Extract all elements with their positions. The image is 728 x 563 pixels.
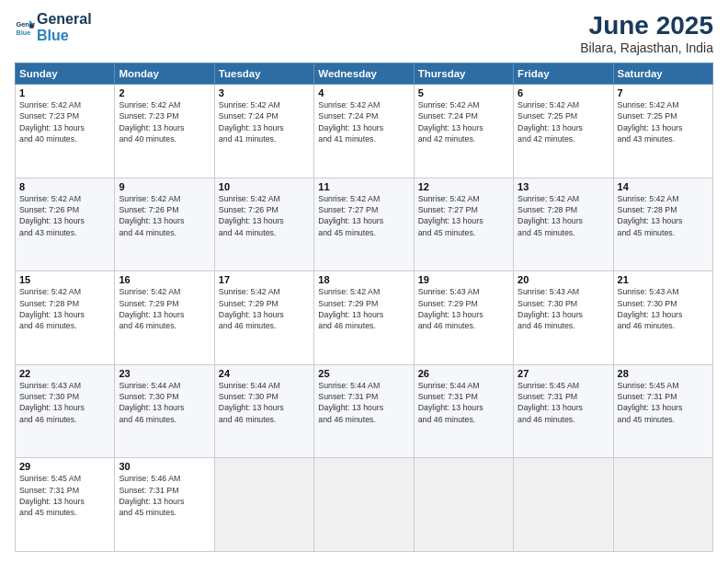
- day-number: 17: [219, 274, 310, 285]
- day-number: 10: [219, 181, 310, 192]
- calendar-cell: 26Sunrise: 5:44 AM Sunset: 7:31 PM Dayli…: [414, 364, 513, 458]
- day-number: 14: [618, 181, 709, 192]
- calendar-cell: 9Sunrise: 5:42 AM Sunset: 7:26 PM Daylig…: [115, 178, 214, 271]
- day-info: Sunrise: 5:42 AM Sunset: 7:29 PM Dayligh…: [119, 286, 210, 331]
- day-number: 30: [119, 461, 210, 472]
- day-info: Sunrise: 5:42 AM Sunset: 7:26 PM Dayligh…: [119, 193, 210, 238]
- day-number: 13: [518, 181, 609, 192]
- day-info: Sunrise: 5:42 AM Sunset: 7:29 PM Dayligh…: [318, 286, 409, 331]
- calendar-cell: [414, 458, 513, 552]
- day-info: Sunrise: 5:42 AM Sunset: 7:24 PM Dayligh…: [219, 99, 310, 144]
- day-number: 22: [19, 368, 110, 379]
- day-info: Sunrise: 5:42 AM Sunset: 7:28 PM Dayligh…: [518, 193, 609, 238]
- calendar-cell: 20Sunrise: 5:43 AM Sunset: 7:30 PM Dayli…: [514, 271, 613, 365]
- calendar-cell: 13Sunrise: 5:42 AM Sunset: 7:28 PM Dayli…: [514, 178, 613, 271]
- calendar-cell: 17Sunrise: 5:42 AM Sunset: 7:29 PM Dayli…: [214, 271, 313, 365]
- calendar-row: 15Sunrise: 5:42 AM Sunset: 7:28 PM Dayli…: [16, 271, 713, 365]
- calendar-cell: 6Sunrise: 5:42 AM Sunset: 7:25 PM Daylig…: [514, 85, 613, 178]
- header-monday: Monday: [115, 63, 214, 85]
- calendar-cell: 29Sunrise: 5:45 AM Sunset: 7:31 PM Dayli…: [16, 458, 115, 552]
- calendar-cell: 23Sunrise: 5:44 AM Sunset: 7:30 PM Dayli…: [115, 364, 214, 458]
- header-thursday: Thursday: [414, 63, 513, 85]
- day-info: Sunrise: 5:43 AM Sunset: 7:30 PM Dayligh…: [19, 380, 110, 425]
- header-wednesday: Wednesday: [314, 63, 414, 85]
- day-info: Sunrise: 5:42 AM Sunset: 7:26 PM Dayligh…: [219, 193, 310, 238]
- calendar-cell: [514, 458, 613, 552]
- calendar-cell: 15Sunrise: 5:42 AM Sunset: 7:28 PM Dayli…: [16, 271, 115, 365]
- day-number: 18: [318, 274, 409, 285]
- calendar-cell: 19Sunrise: 5:43 AM Sunset: 7:29 PM Dayli…: [414, 271, 513, 365]
- calendar-cell: 18Sunrise: 5:42 AM Sunset: 7:29 PM Dayli…: [314, 271, 414, 365]
- calendar-cell: 7Sunrise: 5:42 AM Sunset: 7:25 PM Daylig…: [613, 85, 712, 178]
- calendar-cell: [613, 458, 712, 552]
- day-number: 4: [318, 87, 409, 98]
- day-number: 1: [19, 87, 110, 98]
- day-number: 3: [219, 87, 310, 98]
- day-number: 20: [518, 274, 609, 285]
- header: General Blue General Blue June 2025 Bila…: [15, 11, 713, 55]
- day-info: Sunrise: 5:42 AM Sunset: 7:29 PM Dayligh…: [219, 286, 310, 331]
- calendar-row: 1Sunrise: 5:42 AM Sunset: 7:23 PM Daylig…: [16, 85, 713, 178]
- svg-marker-4: [29, 25, 33, 29]
- calendar-cell: 2Sunrise: 5:42 AM Sunset: 7:23 PM Daylig…: [115, 85, 214, 178]
- day-number: 12: [418, 181, 509, 192]
- header-saturday: Saturday: [613, 63, 712, 85]
- day-info: Sunrise: 5:45 AM Sunset: 7:31 PM Dayligh…: [618, 380, 709, 425]
- calendar-cell: 27Sunrise: 5:45 AM Sunset: 7:31 PM Dayli…: [514, 364, 613, 458]
- day-info: Sunrise: 5:42 AM Sunset: 7:23 PM Dayligh…: [119, 99, 210, 144]
- calendar-cell: 14Sunrise: 5:42 AM Sunset: 7:28 PM Dayli…: [613, 178, 712, 271]
- day-number: 6: [518, 87, 609, 98]
- day-info: Sunrise: 5:43 AM Sunset: 7:29 PM Dayligh…: [418, 286, 509, 331]
- day-info: Sunrise: 5:42 AM Sunset: 7:24 PM Dayligh…: [418, 99, 509, 144]
- calendar-cell: 1Sunrise: 5:42 AM Sunset: 7:23 PM Daylig…: [16, 85, 115, 178]
- logo: General Blue General Blue: [15, 11, 92, 45]
- calendar-cell: 16Sunrise: 5:42 AM Sunset: 7:29 PM Dayli…: [115, 271, 214, 365]
- day-info: Sunrise: 5:42 AM Sunset: 7:28 PM Dayligh…: [19, 286, 110, 331]
- day-number: 16: [119, 274, 210, 285]
- day-info: Sunrise: 5:45 AM Sunset: 7:31 PM Dayligh…: [19, 473, 110, 518]
- header-friday: Friday: [514, 63, 613, 85]
- day-number: 21: [618, 274, 709, 285]
- day-info: Sunrise: 5:42 AM Sunset: 7:23 PM Dayligh…: [19, 99, 110, 144]
- calendar-cell: [314, 458, 414, 552]
- calendar-cell: 10Sunrise: 5:42 AM Sunset: 7:26 PM Dayli…: [214, 178, 313, 271]
- day-number: 19: [418, 274, 509, 285]
- day-info: Sunrise: 5:44 AM Sunset: 7:31 PM Dayligh…: [318, 380, 409, 425]
- day-number: 11: [318, 181, 409, 192]
- day-number: 5: [418, 87, 509, 98]
- day-info: Sunrise: 5:42 AM Sunset: 7:24 PM Dayligh…: [318, 99, 409, 144]
- day-info: Sunrise: 5:42 AM Sunset: 7:27 PM Dayligh…: [418, 193, 509, 238]
- calendar-cell: 21Sunrise: 5:43 AM Sunset: 7:30 PM Dayli…: [613, 271, 712, 365]
- day-number: 23: [119, 368, 210, 379]
- day-number: 7: [618, 87, 709, 98]
- calendar-cell: 11Sunrise: 5:42 AM Sunset: 7:27 PM Dayli…: [314, 178, 414, 271]
- calendar-cell: 8Sunrise: 5:42 AM Sunset: 7:26 PM Daylig…: [16, 178, 115, 271]
- calendar-row: 29Sunrise: 5:45 AM Sunset: 7:31 PM Dayli…: [16, 458, 713, 552]
- day-number: 24: [219, 368, 310, 379]
- day-info: Sunrise: 5:42 AM Sunset: 7:28 PM Dayligh…: [618, 193, 709, 238]
- calendar-cell: 30Sunrise: 5:46 AM Sunset: 7:31 PM Dayli…: [115, 458, 214, 552]
- subtitle: Bilara, Rajasthan, India: [580, 40, 713, 55]
- day-info: Sunrise: 5:42 AM Sunset: 7:25 PM Dayligh…: [518, 99, 609, 144]
- calendar-cell: 22Sunrise: 5:43 AM Sunset: 7:30 PM Dayli…: [16, 364, 115, 458]
- calendar-cell: 24Sunrise: 5:44 AM Sunset: 7:30 PM Dayli…: [214, 364, 313, 458]
- day-info: Sunrise: 5:44 AM Sunset: 7:30 PM Dayligh…: [219, 380, 310, 425]
- day-number: 9: [119, 181, 210, 192]
- day-info: Sunrise: 5:42 AM Sunset: 7:25 PM Dayligh…: [618, 99, 709, 144]
- calendar-cell: 25Sunrise: 5:44 AM Sunset: 7:31 PM Dayli…: [314, 364, 414, 458]
- calendar-row: 22Sunrise: 5:43 AM Sunset: 7:30 PM Dayli…: [16, 364, 713, 458]
- day-number: 25: [318, 368, 409, 379]
- main-title: June 2025: [580, 11, 713, 40]
- calendar-row: 8Sunrise: 5:42 AM Sunset: 7:26 PM Daylig…: [16, 178, 713, 271]
- calendar-header-row: Sunday Monday Tuesday Wednesday Thursday…: [16, 63, 713, 85]
- day-info: Sunrise: 5:44 AM Sunset: 7:31 PM Dayligh…: [418, 380, 509, 425]
- calendar-cell: 5Sunrise: 5:42 AM Sunset: 7:24 PM Daylig…: [414, 85, 513, 178]
- day-number: 8: [19, 181, 110, 192]
- title-block: June 2025 Bilara, Rajasthan, India: [580, 11, 713, 55]
- logo-line2: Blue: [37, 28, 92, 44]
- logo-line1: General: [37, 11, 92, 28]
- svg-text:Blue: Blue: [16, 29, 30, 37]
- calendar-cell: [214, 458, 313, 552]
- day-number: 26: [418, 368, 509, 379]
- day-info: Sunrise: 5:43 AM Sunset: 7:30 PM Dayligh…: [618, 286, 709, 331]
